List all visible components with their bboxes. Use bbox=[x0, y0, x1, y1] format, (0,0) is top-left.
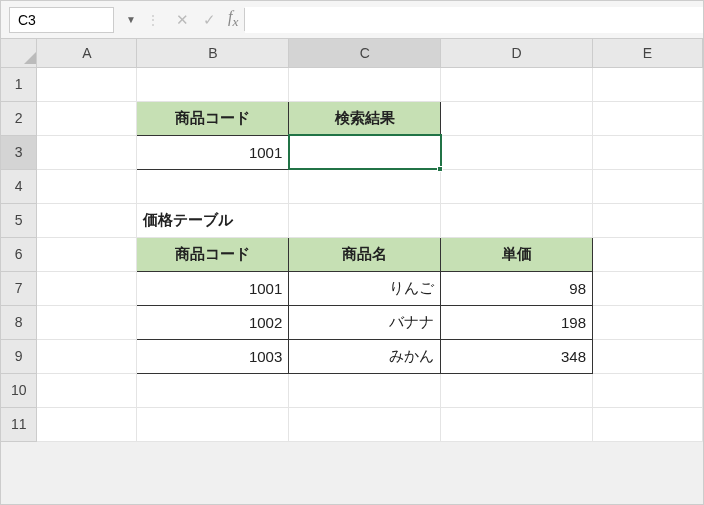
cell-E2[interactable] bbox=[593, 101, 703, 135]
svg-marker-0 bbox=[24, 52, 36, 64]
cell-E10[interactable] bbox=[593, 373, 703, 407]
row-header-10[interactable]: 10 bbox=[1, 373, 37, 407]
cell-E3[interactable] bbox=[593, 135, 703, 169]
cell-D9[interactable]: 348 bbox=[441, 339, 593, 373]
separator: ⋮ bbox=[140, 12, 166, 28]
cell-C2[interactable]: 検索結果 bbox=[289, 101, 441, 135]
cell-E1[interactable] bbox=[593, 67, 703, 101]
cell-C5[interactable] bbox=[289, 203, 441, 237]
cell-B11[interactable] bbox=[137, 407, 289, 441]
cell-B10[interactable] bbox=[137, 373, 289, 407]
cell-B3[interactable]: 1001 bbox=[137, 135, 289, 169]
name-box-dropdown-icon[interactable]: ▼ bbox=[122, 14, 140, 25]
cell-A6[interactable] bbox=[37, 237, 137, 271]
cell-A10[interactable] bbox=[37, 373, 137, 407]
formula-bar: C3 ▼ ⋮ ✕ ✓ fx bbox=[1, 1, 703, 39]
cell-D3[interactable] bbox=[441, 135, 593, 169]
col-header-C[interactable]: C bbox=[289, 39, 441, 67]
cell-C7[interactable]: りんご bbox=[289, 271, 441, 305]
cell-E4[interactable] bbox=[593, 169, 703, 203]
cell-D4[interactable] bbox=[441, 169, 593, 203]
row-header-9[interactable]: 9 bbox=[1, 339, 37, 373]
cell-D2[interactable] bbox=[441, 101, 593, 135]
formula-input[interactable] bbox=[245, 7, 703, 33]
cell-A3[interactable] bbox=[37, 135, 137, 169]
cell-D5[interactable] bbox=[441, 203, 593, 237]
formula-bar-icons: ✕ ✓ bbox=[166, 11, 226, 29]
cell-A9[interactable] bbox=[37, 339, 137, 373]
col-header-E[interactable]: E bbox=[593, 39, 703, 67]
name-box[interactable]: C3 bbox=[9, 7, 114, 33]
cell-C9[interactable]: みかん bbox=[289, 339, 441, 373]
cell-C6[interactable]: 商品名 bbox=[289, 237, 441, 271]
cell-D8[interactable]: 198 bbox=[441, 305, 593, 339]
cancel-icon[interactable]: ✕ bbox=[176, 11, 189, 29]
cell-B4[interactable] bbox=[137, 169, 289, 203]
cell-B6[interactable]: 商品コード bbox=[137, 237, 289, 271]
cell-C4[interactable] bbox=[289, 169, 441, 203]
name-box-value: C3 bbox=[18, 12, 36, 28]
select-all-corner[interactable] bbox=[1, 39, 37, 67]
row-header-1[interactable]: 1 bbox=[1, 67, 37, 101]
cell-A4[interactable] bbox=[37, 169, 137, 203]
col-header-A[interactable]: A bbox=[37, 39, 137, 67]
cell-E8[interactable] bbox=[593, 305, 703, 339]
cell-D6[interactable]: 単価 bbox=[441, 237, 593, 271]
cell-E7[interactable] bbox=[593, 271, 703, 305]
cell-D1[interactable] bbox=[441, 67, 593, 101]
row-header-3[interactable]: 3 bbox=[1, 135, 37, 169]
cell-B2[interactable]: 商品コード bbox=[137, 101, 289, 135]
fx-icon[interactable]: fx bbox=[226, 8, 245, 30]
cell-C3[interactable] bbox=[289, 135, 441, 169]
cell-D7[interactable]: 98 bbox=[441, 271, 593, 305]
cell-C1[interactable] bbox=[289, 67, 441, 101]
enter-icon[interactable]: ✓ bbox=[203, 11, 216, 29]
spreadsheet-grid: A B C D E 1 2 商品コード 検索結果 3 1001 bbox=[1, 39, 703, 442]
cell-B9[interactable]: 1003 bbox=[137, 339, 289, 373]
cell-A11[interactable] bbox=[37, 407, 137, 441]
cell-E5[interactable] bbox=[593, 203, 703, 237]
row-header-7[interactable]: 7 bbox=[1, 271, 37, 305]
cell-A8[interactable] bbox=[37, 305, 137, 339]
cell-B7[interactable]: 1001 bbox=[137, 271, 289, 305]
cell-E9[interactable] bbox=[593, 339, 703, 373]
row-header-2[interactable]: 2 bbox=[1, 101, 37, 135]
cell-A5[interactable] bbox=[37, 203, 137, 237]
row-header-8[interactable]: 8 bbox=[1, 305, 37, 339]
col-header-D[interactable]: D bbox=[441, 39, 593, 67]
cell-D11[interactable] bbox=[441, 407, 593, 441]
row-header-6[interactable]: 6 bbox=[1, 237, 37, 271]
col-header-B[interactable]: B bbox=[137, 39, 289, 67]
cell-A7[interactable] bbox=[37, 271, 137, 305]
cell-E6[interactable] bbox=[593, 237, 703, 271]
row-header-4[interactable]: 4 bbox=[1, 169, 37, 203]
cell-C8[interactable]: バナナ bbox=[289, 305, 441, 339]
cell-C11[interactable] bbox=[289, 407, 441, 441]
row-header-5[interactable]: 5 bbox=[1, 203, 37, 237]
row-header-11[interactable]: 11 bbox=[1, 407, 37, 441]
cell-D10[interactable] bbox=[441, 373, 593, 407]
cell-B5[interactable]: 価格テーブル bbox=[137, 203, 289, 237]
cell-B1[interactable] bbox=[137, 67, 289, 101]
cell-A1[interactable] bbox=[37, 67, 137, 101]
cell-E11[interactable] bbox=[593, 407, 703, 441]
cell-B8[interactable]: 1002 bbox=[137, 305, 289, 339]
cell-C10[interactable] bbox=[289, 373, 441, 407]
cell-A2[interactable] bbox=[37, 101, 137, 135]
